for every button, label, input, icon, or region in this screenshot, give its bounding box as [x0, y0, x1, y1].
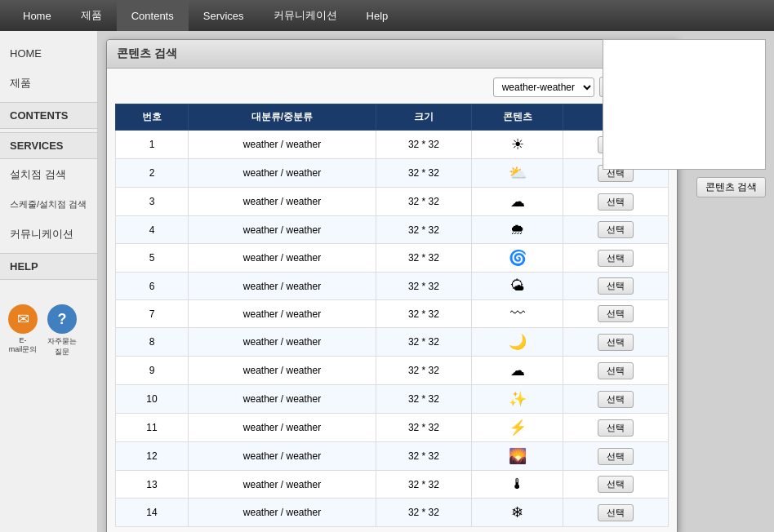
right-textarea[interactable] — [603, 39, 766, 170]
cell-icon: ✨ — [471, 385, 563, 414]
table-row: 13 weather / weather 32 * 32 🌡 선택 — [116, 471, 669, 499]
table-row: 4 weather / weather 32 * 32 🌧 선택 — [116, 216, 669, 244]
modal-body: weather-weather 콘텐츠 검색 번호 대분류/중분류 크기 콘텐츠… — [107, 69, 677, 532]
nav-help[interactable]: Help — [352, 0, 403, 31]
cell-category: weather / weather — [188, 357, 376, 385]
table-row: 3 weather / weather 32 * 32 ☁ 선택 — [116, 188, 669, 216]
cell-icon: 🌤 — [471, 273, 563, 300]
sidebar-install-search[interactable]: 설치점 검색 — [0, 159, 97, 190]
cell-category: weather / weather — [188, 131, 376, 159]
right-area: 콘텐츠 검색 — [603, 39, 766, 197]
cell-size: 32 * 32 — [376, 244, 472, 273]
table-row: 14 weather / weather 32 * 32 ❄ 선택 — [116, 499, 669, 527]
cell-category: weather / weather — [188, 442, 376, 471]
weather-icon: ☀ — [511, 135, 524, 153]
select-button[interactable]: 선택 — [598, 305, 634, 322]
weather-icon: ⛅ — [509, 164, 527, 182]
weather-icon: ⚡ — [509, 419, 527, 437]
nav-community[interactable]: 커뮤니케이션 — [259, 0, 352, 31]
cell-size: 32 * 32 — [376, 357, 472, 385]
table-row: 5 weather / weather 32 * 32 🌀 선택 — [116, 244, 669, 273]
cell-category: weather / weather — [188, 385, 376, 414]
cell-select: 선택 — [563, 357, 669, 385]
select-button[interactable]: 선택 — [598, 391, 634, 408]
table-row: 9 weather / weather 32 * 32 ☁ 선택 — [116, 357, 669, 385]
cell-size: 32 * 32 — [376, 442, 472, 471]
faq-label: 자주묻는 질문 — [46, 336, 78, 357]
select-button[interactable]: 선택 — [598, 476, 634, 493]
cell-icon: ☀ — [471, 131, 563, 159]
cell-category: weather / weather — [188, 328, 376, 357]
sidebar-icon-area: ✉ E-mail문의 ? 자주묻는 질문 — [0, 296, 97, 366]
cell-size: 32 * 32 — [376, 385, 472, 414]
cell-no: 5 — [116, 244, 189, 273]
sidebar-item-community[interactable]: 커뮤니케이션 — [0, 219, 97, 250]
weather-icon: 🌀 — [509, 249, 527, 267]
table-row: 2 weather / weather 32 * 32 ⛅ 선택 — [116, 159, 669, 188]
cell-size: 32 * 32 — [376, 414, 472, 442]
sidebar-item-products[interactable]: 제품 — [0, 68, 97, 99]
col-header-category: 대분류/중분류 — [188, 104, 376, 131]
weather-icon: ☁ — [510, 193, 525, 211]
select-button[interactable]: 선택 — [598, 504, 634, 521]
cell-select: 선택 — [563, 414, 669, 442]
sidebar-item-home[interactable]: HOME — [0, 39, 97, 68]
cell-category: weather / weather — [188, 414, 376, 442]
nav-contents[interactable]: Contents — [117, 0, 189, 31]
cell-no: 12 — [116, 442, 189, 471]
select-button[interactable]: 선택 — [598, 448, 634, 465]
cell-no: 9 — [116, 357, 189, 385]
nav-services[interactable]: Services — [189, 0, 259, 31]
email-icon: ✉ — [8, 304, 38, 334]
cell-category: weather / weather — [188, 499, 376, 527]
top-nav: Home 제품 Contents Services 커뮤니케이션 Help — [0, 0, 774, 31]
cell-no: 3 — [116, 188, 189, 216]
nav-home[interactable]: Home — [8, 0, 66, 31]
select-button[interactable]: 선택 — [598, 362, 634, 379]
cell-icon: ☁ — [471, 357, 563, 385]
select-button[interactable]: 선택 — [598, 334, 634, 351]
cell-size: 32 * 32 — [376, 328, 472, 357]
faq-button[interactable]: ? 자주묻는 질문 — [46, 304, 78, 357]
table-row: 11 weather / weather 32 * 32 ⚡ 선택 — [116, 414, 669, 442]
weather-icon: ☁ — [510, 361, 525, 379]
nav-products[interactable]: 제품 — [66, 0, 117, 31]
cell-size: 32 * 32 — [376, 159, 472, 188]
col-header-size: 크기 — [376, 104, 472, 131]
cell-icon: 🌧 — [471, 216, 563, 244]
table-row: 12 weather / weather 32 * 32 🌄 선택 — [116, 442, 669, 471]
cell-category: weather / weather — [188, 244, 376, 273]
select-button[interactable]: 선택 — [598, 277, 634, 295]
contents-table: 번호 대분류/중분류 크기 콘텐츠 신청 1 weather / weather… — [115, 104, 669, 527]
weather-icon: 〰 — [510, 305, 525, 322]
right-search-button[interactable]: 콘텐츠 검색 — [696, 177, 766, 197]
cell-size: 32 * 32 — [376, 300, 472, 328]
cell-select: 선택 — [563, 300, 669, 328]
search-bar: weather-weather 콘텐츠 검색 — [115, 77, 669, 97]
table-row: 10 weather / weather 32 * 32 ✨ 선택 — [116, 385, 669, 414]
table-row: 1 weather / weather 32 * 32 ☀ 선택 — [116, 131, 669, 159]
cell-no: 14 — [116, 499, 189, 527]
cell-size: 32 * 32 — [376, 188, 472, 216]
weather-icon: 🌄 — [509, 447, 527, 465]
sidebar-schedule-search[interactable]: 스케줄/설치점 검색 — [0, 190, 97, 219]
select-button[interactable]: 선택 — [598, 419, 634, 437]
cell-no: 8 — [116, 328, 189, 357]
weather-icon: ✨ — [509, 390, 527, 408]
cell-icon: ⛅ — [471, 159, 563, 188]
modal-title: 콘텐츠 검색 — [117, 47, 177, 61]
cell-no: 11 — [116, 414, 189, 442]
sidebar-section-services: SERVICES — [0, 132, 97, 159]
select-button[interactable]: 선택 — [598, 250, 634, 267]
table-row: 7 weather / weather 32 * 32 〰 선택 — [116, 300, 669, 328]
select-button[interactable]: 선택 — [598, 221, 634, 238]
email-button[interactable]: ✉ E-mail문의 — [7, 304, 39, 357]
cell-select: 선택 — [563, 385, 669, 414]
cell-select: 선택 — [563, 471, 669, 499]
table-row: 8 weather / weather 32 * 32 🌙 선택 — [116, 328, 669, 357]
cell-no: 6 — [116, 273, 189, 300]
sidebar-section-contents: CONTENTS — [0, 102, 97, 129]
category-select[interactable]: weather-weather — [493, 78, 594, 97]
cell-no: 1 — [116, 131, 189, 159]
cell-icon: 🌙 — [471, 328, 563, 357]
